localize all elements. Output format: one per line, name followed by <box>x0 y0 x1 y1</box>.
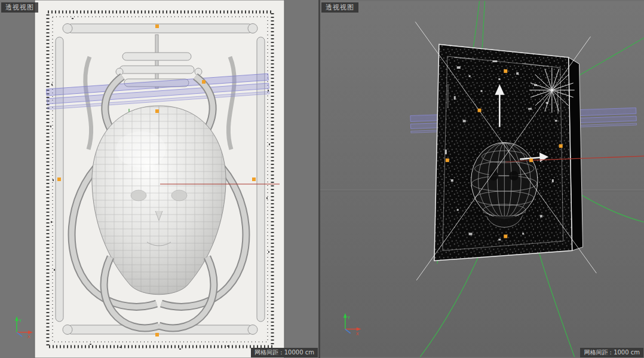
selection-handle[interactable] <box>155 109 159 113</box>
selection-handle[interactable] <box>559 144 563 148</box>
selection-handle[interactable] <box>155 25 159 28</box>
selection-handle[interactable] <box>57 178 61 181</box>
selection-handle[interactable] <box>202 80 206 84</box>
x-axis-label: X <box>27 335 30 339</box>
viewport-left-canvas[interactable]: Y X <box>0 0 318 358</box>
viewport-right-label: 透视视图 <box>321 2 358 13</box>
selection-handle[interactable] <box>446 158 449 162</box>
selection-handle[interactable] <box>504 234 507 238</box>
viewport-left-label: 透视视图 <box>1 2 38 13</box>
selection-handle[interactable] <box>155 333 159 336</box>
editor-window: 透视视图 网格间距 : 10000 cm <box>0 0 644 358</box>
viewport-right-canvas[interactable]: Y X <box>320 0 644 358</box>
y-axis-label: Y <box>19 319 22 323</box>
frame-artwork <box>433 42 576 262</box>
selection-handle[interactable] <box>252 178 256 181</box>
x-axis-label: X <box>356 332 359 336</box>
viewport-right[interactable]: 透视视图 网格间距 : 1000 cm <box>320 0 644 358</box>
selection-handle[interactable] <box>478 109 482 112</box>
selection-handle[interactable] <box>529 158 533 162</box>
viewport-left[interactable]: 透视视图 网格间距 : 10000 cm <box>0 0 318 358</box>
viewport-right-grid-spacing: 网格间距 : 1000 cm <box>580 348 643 357</box>
viewport-left-grid-spacing: 网格间距 : 10000 cm <box>251 348 318 357</box>
y-axis-label: Y <box>347 316 351 320</box>
selection-handle[interactable] <box>504 69 507 73</box>
